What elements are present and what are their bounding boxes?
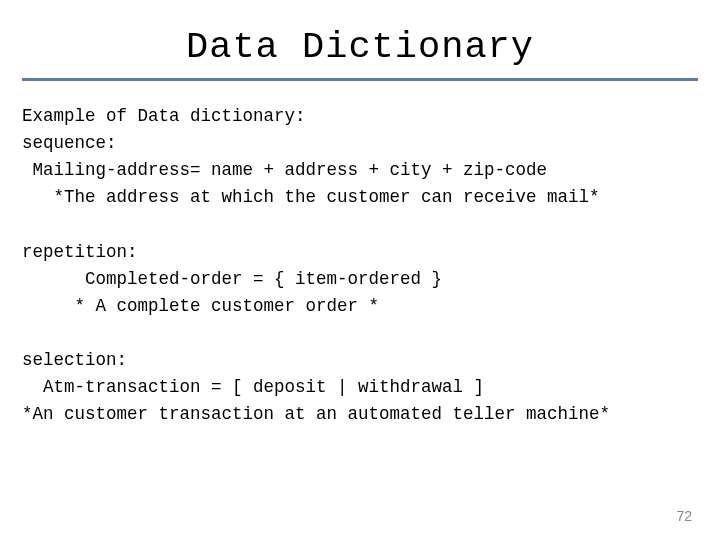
slide-title: Data Dictionary xyxy=(22,26,698,68)
slide-body: Example of Data dictionary: sequence: Ma… xyxy=(22,103,698,429)
page-number: 72 xyxy=(676,508,692,524)
line-atm-transaction-comment: *An customer transaction at an automated… xyxy=(22,404,610,424)
line-repetition-label: repetition: xyxy=(22,242,138,262)
line-completed-order-def: Completed-order = { item-ordered } xyxy=(22,269,442,289)
line-completed-order-comment: * A complete customer order * xyxy=(22,296,379,316)
title-rule xyxy=(22,78,698,81)
line-selection-label: selection: xyxy=(22,350,127,370)
line-sequence-label: sequence: xyxy=(22,133,117,153)
line-atm-transaction-def: Atm-transaction = [ deposit | withdrawal… xyxy=(22,377,484,397)
line-mailing-address-def: Mailing-address= name + address + city +… xyxy=(22,160,547,180)
line-mailing-address-comment: *The address at which the customer can r… xyxy=(22,187,600,207)
line-example: Example of Data dictionary: xyxy=(22,106,306,126)
